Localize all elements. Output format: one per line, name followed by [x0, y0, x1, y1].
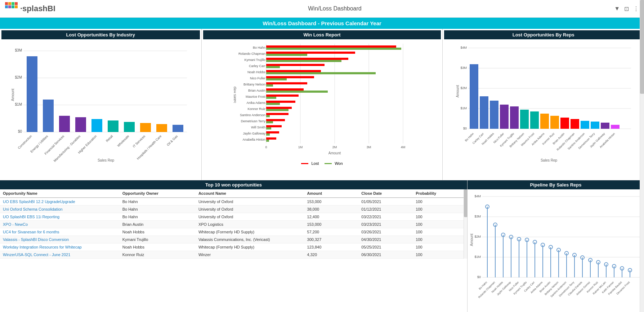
- svg-rect-21: [108, 120, 118, 132]
- opp-name-cell[interactable]: UO EBS SplashBI 12.2 UpgradeUpgrade: [0, 198, 120, 206]
- svg-rect-113: [520, 110, 529, 129]
- header-icons: ▼ ⊡ ⋮: [614, 5, 639, 12]
- owner-cell: Kymani Trujillo: [120, 236, 196, 243]
- svg-text:$1M: $1M: [474, 255, 481, 259]
- svg-rect-95: [266, 140, 269, 142]
- svg-rect-87: [266, 115, 270, 117]
- amount-cell: 123,840: [304, 243, 359, 251]
- svg-rect-81: [266, 97, 276, 99]
- svg-rect-6: [15, 2, 18, 5]
- lost-by-reps-chart: $4M $3M $2M $1M $0: [455, 41, 632, 163]
- expand-icon[interactable]: ⊡: [624, 5, 629, 12]
- legend-won-label: Won: [335, 161, 343, 166]
- svg-text:$3M: $3M: [15, 48, 22, 52]
- svg-rect-121: [601, 123, 609, 129]
- page-scrollbar[interactable]: [640, 0, 644, 312]
- amount-cell: 4,320: [304, 251, 359, 259]
- svg-rect-65: [266, 48, 401, 50]
- bottom-row: Top 10 won opportunities Opportunity Nam…: [0, 180, 644, 312]
- amount-cell: 12,400: [304, 213, 359, 221]
- close-date-cell: 03/22/2021: [358, 213, 413, 221]
- opp-name-cell[interactable]: UO SplashBI EBS 11i Reporting: [0, 213, 120, 221]
- svg-text:Demetriusn Terry: Demetriusn Terry: [241, 119, 266, 123]
- table-row: UC4 for Sivanesan for 6 months Noah Hobb…: [0, 228, 467, 236]
- pipeline-panel: Pipeline By Sales Reps $4M $3M $2M $1M $…: [468, 180, 644, 312]
- svg-rect-86: [266, 113, 289, 115]
- opp-name-cell[interactable]: WinzerUSA-SQL Connect - June 2021: [0, 251, 120, 259]
- amount-cell: 57,200: [304, 228, 359, 236]
- svg-text:$3M: $3M: [460, 66, 467, 70]
- owner-cell: Konnor Ruiz: [120, 251, 196, 259]
- table-row: WinzerUSA-SQL Connect - June 2021 Konnor…: [0, 251, 467, 259]
- opp-name-cell[interactable]: Valassis - SplashBI Disco Conversion: [0, 236, 120, 243]
- svg-rect-93: [266, 133, 270, 136]
- svg-rect-18: [59, 116, 70, 132]
- opp-name-cell[interactable]: XPO - NewCo: [0, 221, 120, 228]
- filter-icon[interactable]: ▼: [614, 5, 620, 12]
- win-loss-legend: Lost Won: [203, 161, 441, 166]
- svg-rect-7: [15, 5, 18, 8]
- page-title: Win/Loss Dashboard: [308, 5, 362, 12]
- svg-rect-19: [75, 117, 86, 132]
- svg-rect-70: [266, 64, 325, 66]
- table-row: UO SplashBI EBS 11i Reporting Bo Hahn Un…: [0, 213, 467, 221]
- owner-cell: Bo Hahn: [120, 206, 196, 213]
- svg-text:3M: 3M: [367, 145, 371, 149]
- svg-rect-84: [266, 107, 292, 109]
- table-row: XPO - NewCo Brian Austin XPO Logistics 1…: [0, 221, 467, 228]
- svg-rect-1: [8, 2, 11, 5]
- owner-cell: Bo Hahn: [120, 198, 196, 206]
- account-cell: University of Oxford: [196, 213, 304, 221]
- svg-rect-71: [266, 66, 280, 68]
- svg-rect-69: [266, 60, 341, 62]
- svg-rect-88: [266, 119, 285, 121]
- svg-text:Kymani Trujillo: Kymani Trujillo: [244, 58, 265, 62]
- opp-name-cell[interactable]: Workday Integration Resources for Whitec…: [0, 243, 120, 251]
- close-date-cell: 05/25/2021: [358, 243, 413, 251]
- svg-rect-89: [266, 121, 273, 123]
- scrollbar-track[interactable]: [464, 189, 467, 259]
- svg-text:Sales Rep: Sales Rep: [234, 86, 237, 103]
- svg-rect-64: [266, 45, 396, 48]
- svg-rect-4: [8, 5, 11, 8]
- dashboard-title-bar: Win/Loss Dashboard - Previous Calendar Y…: [0, 18, 644, 29]
- svg-rect-115: [540, 114, 549, 129]
- scrollbar-thumb[interactable]: [464, 189, 468, 217]
- svg-rect-109: [480, 96, 488, 129]
- svg-rect-20: [91, 119, 102, 132]
- svg-rect-67: [266, 54, 307, 56]
- opp-name-cell[interactable]: Uni Oxford Schema Consolidation: [0, 206, 120, 213]
- svg-rect-3: [5, 5, 8, 8]
- account-cell: University of Oxford: [196, 198, 304, 206]
- svg-text:Nico Fuller: Nico Fuller: [250, 76, 265, 80]
- table-row: Workday Integration Resources for Whitec…: [0, 243, 467, 251]
- svg-rect-83: [266, 103, 280, 105]
- svg-rect-119: [581, 121, 589, 129]
- menu-icon[interactable]: ⋮: [633, 5, 639, 12]
- probability-cell: 100: [413, 213, 467, 221]
- svg-rect-110: [490, 101, 498, 129]
- svg-rect-0: [5, 2, 8, 5]
- svg-rect-22: [124, 122, 135, 132]
- svg-rect-111: [500, 105, 509, 129]
- svg-text:Wholesale: Wholesale: [117, 134, 130, 148]
- table-row: Uni Oxford Schema Consolidation Bo Hahn …: [0, 206, 467, 213]
- svg-rect-91: [266, 127, 271, 129]
- svg-text:Konnor Ruiz: Konnor Ruiz: [247, 107, 265, 111]
- svg-text:$1M: $1M: [15, 102, 22, 106]
- svg-text:$2M: $2M: [474, 235, 481, 238]
- svg-text:$1M: $1M: [460, 106, 467, 110]
- close-date-cell: 01/12/2021: [358, 206, 413, 213]
- col-probability: Probability: [413, 189, 467, 198]
- svg-text:1M: 1M: [298, 145, 303, 149]
- table-container[interactable]: Opportunity Name Opportunity Owner Accou…: [0, 189, 467, 259]
- svg-rect-76: [266, 82, 307, 84]
- opp-name-cell[interactable]: UC4 for Sivanesan for 6 months: [0, 228, 120, 236]
- svg-text:$4M: $4M: [474, 194, 481, 198]
- svg-text:Jaylin Galloway: Jaylin Galloway: [243, 132, 265, 135]
- table-row: UO EBS SplashBI 12.2 UpgradeUpgrade Bo H…: [0, 198, 467, 206]
- page-scrollbar-thumb[interactable]: [640, 0, 644, 94]
- svg-rect-68: [266, 58, 348, 60]
- close-date-cell: 06/30/2021: [358, 251, 413, 259]
- amount-cell: 153,000: [304, 221, 359, 228]
